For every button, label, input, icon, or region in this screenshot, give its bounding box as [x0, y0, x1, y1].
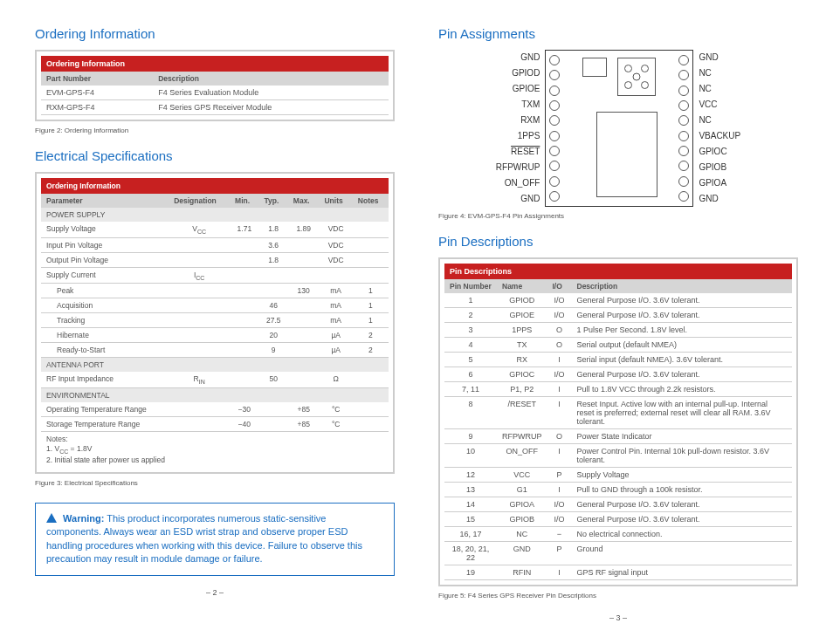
- figure-caption: Figure 4: EVM-GPS-F4 Pin Assignments: [438, 212, 798, 220]
- pin-label: VBACKUP: [699, 128, 740, 144]
- module-block: [596, 112, 657, 197]
- pin-pad: [678, 191, 689, 202]
- pin-label: 1PPS: [496, 128, 540, 144]
- table-row: 31PPSO1 Pulse Per Second. 1.8V level.: [444, 323, 792, 338]
- table-row: 8/RESETIReset Input. Active low with an …: [444, 397, 792, 429]
- pin-label: GND: [699, 191, 740, 207]
- pin-pad: [549, 100, 560, 111]
- pin-pad: [549, 176, 560, 187]
- pin-diagram: GNDGPIODGPIOETXMRXM1PPSRESETRFPWRUPON_OF…: [438, 50, 798, 207]
- pin-pad: [678, 146, 689, 156]
- pin-label: VCC: [699, 97, 740, 113]
- pin-label: RXM: [496, 113, 540, 128]
- connector-block: [617, 58, 656, 96]
- pin-label: GPIOC: [699, 144, 740, 160]
- pin-pad: [549, 161, 560, 171]
- pin-label: NC: [699, 65, 740, 81]
- pin-pad: [678, 131, 689, 141]
- pin-pad: [549, 115, 560, 126]
- page-number: – 3 –: [438, 613, 798, 622]
- esd-icon: [46, 513, 57, 523]
- pin-descriptions-heading: Pin Descriptions: [438, 234, 798, 249]
- pin-label: NC: [699, 81, 740, 97]
- pin-pad: [549, 131, 560, 141]
- pin-label: GND: [496, 50, 540, 65]
- table-row: 1GPIODI/OGeneral Purpose I/O. 3.6V toler…: [444, 293, 792, 308]
- sub-block: [582, 58, 607, 77]
- pin-pad: [549, 55, 560, 65]
- pin-pad: [549, 86, 560, 96]
- pin-pad: [549, 146, 560, 156]
- table-row: 12VCCPSupply Voltage: [444, 468, 792, 483]
- table-row: 15GPIOBI/OGeneral Purpose I/O. 3.6V tole…: [444, 512, 792, 527]
- col-header: Part Number: [41, 72, 153, 86]
- table-row: 18, 20, 21, 22GNDPGround: [444, 542, 792, 565]
- pin-pad: [678, 161, 689, 171]
- table-row: 10ON_OFFIPower Control Pin. Internal 10k…: [444, 444, 792, 468]
- table-row: 13G1IPull to GND through a 100k resistor…: [444, 483, 792, 497]
- pin-pad: [678, 70, 689, 80]
- figure-caption: Figure 5: F4 Series GPS Receiver Pin Des…: [438, 592, 798, 599]
- page-number: – 2 –: [35, 588, 395, 597]
- chip-outline: [545, 50, 693, 207]
- pin-label: ON_OFF: [496, 175, 540, 191]
- table-row: 14GPIOAI/OGeneral Purpose I/O. 3.6V tole…: [444, 497, 792, 512]
- warning-box: Warning: This product incorporates numer…: [35, 503, 395, 576]
- ordering-heading: Ordering Information: [35, 26, 395, 41]
- pin-label: GND: [699, 50, 740, 65]
- pin-pad: [549, 70, 560, 80]
- pin-descriptions-table: Pin Descriptions Pin Number Name I/O Des…: [438, 257, 798, 586]
- table-row: 16, 17NC−No electrical connection.: [444, 527, 792, 542]
- pin-pad: [549, 191, 560, 202]
- pin-label: GPIOD: [496, 65, 540, 81]
- pin-label: RESET: [496, 144, 540, 160]
- table-title: Ordering Information: [41, 56, 389, 72]
- pin-pad: [678, 55, 689, 65]
- elec-table: Ordering Information Parameter Designati…: [35, 172, 395, 474]
- pin-label: GPIOB: [699, 160, 740, 175]
- table-row: RXM-GPS-F4 F4 Series GPS Receiver Module: [41, 100, 389, 115]
- table-row: 6GPIOCI/OGeneral Purpose I/O. 3.6V toler…: [444, 367, 792, 382]
- table-row: 9RFPWRUPOPower State Indicator: [444, 429, 792, 444]
- pin-assignments-heading: Pin Assignments: [438, 26, 798, 41]
- elec-heading: Electrical Specifications: [35, 148, 395, 163]
- table-row: 5RXISerial input (default NMEA). 3.6V to…: [444, 353, 792, 367]
- table-title: Ordering Information: [41, 178, 389, 194]
- table-row: 2GPIOEI/OGeneral Purpose I/O. 3.6V toler…: [444, 308, 792, 323]
- pin-pad: [678, 176, 689, 187]
- table-row: EVM-GPS-F4 F4 Series Evaluation Module: [41, 86, 389, 100]
- warning-label: Warning:: [63, 513, 104, 524]
- figure-caption: Figure 3: Electrical Specifications: [35, 479, 395, 487]
- ordering-table: Ordering Information Part Number Descrip…: [35, 50, 395, 121]
- table-row: 19RFINIGPS RF signal input: [444, 565, 792, 580]
- pin-label: GND: [496, 191, 540, 207]
- table-row: 4TXOSerial output (default NMEA): [444, 338, 792, 353]
- table-row: 7, 11P1, P2IPull to 1.8V VCC through 2.2…: [444, 382, 792, 397]
- pin-pad: [678, 100, 689, 111]
- pin-label: GPIOA: [699, 175, 740, 191]
- pin-label: GPIOE: [496, 81, 540, 97]
- pin-pad: [678, 86, 689, 96]
- table-title: Pin Descriptions: [444, 264, 792, 279]
- col-header: Description: [153, 72, 389, 86]
- pin-label: TXM: [496, 97, 540, 113]
- table-notes: Notes:1. VCC = 1.8V2. Initial state afte…: [41, 432, 389, 468]
- pin-label: NC: [699, 113, 740, 128]
- pin-pad: [678, 115, 689, 126]
- pin-label: RFPWRUP: [496, 160, 540, 175]
- figure-caption: Figure 2: Ordering Information: [35, 127, 395, 134]
